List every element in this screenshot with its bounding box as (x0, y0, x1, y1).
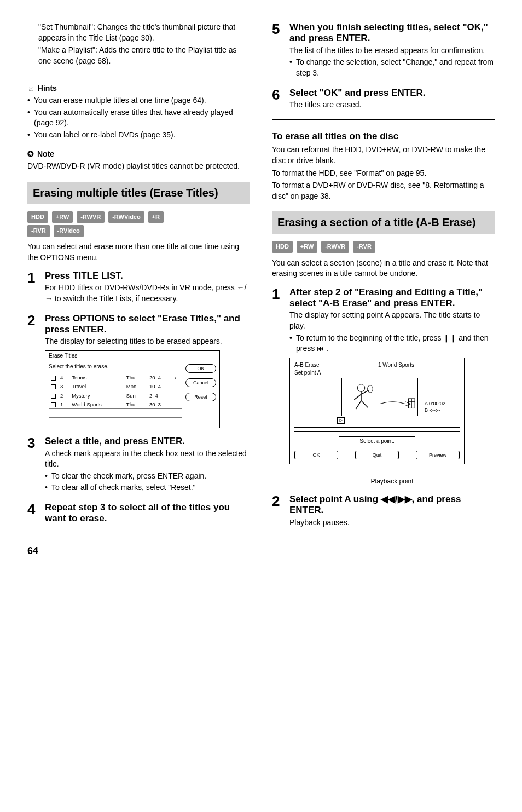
badge: +RW (297, 241, 318, 253)
hint-item: You can erase multiple titles at one tim… (27, 95, 250, 106)
table-row: 3 Travel Mon 10. 4 (49, 382, 182, 391)
step-text: The titles are erased. (289, 100, 495, 111)
dialog-table: 4 Tennis Thu 20. 4 › 3 Travel (49, 373, 182, 422)
step-head: Select a title, and press ENTER. (45, 436, 250, 447)
row-name: Tennis (69, 373, 124, 382)
badge: -RVR (353, 241, 375, 253)
subheading: To erase all titles on the disc (272, 130, 495, 143)
row-num: 4 (58, 373, 69, 382)
bulb-icon: ☼ (27, 83, 34, 94)
row-name: Mystery (69, 391, 124, 400)
badge: -RVR (27, 225, 50, 237)
step: 1 Press TITLE LIST. For HDD titles or DV… (27, 270, 250, 306)
note-text: DVD-RW/DVD-R (VR mode) playlist titles c… (27, 161, 250, 172)
step-sub: To return to the beginning of the title,… (289, 333, 495, 354)
ab-clip-title: 1 World Sports (378, 361, 414, 377)
badge: HDD (272, 241, 293, 253)
note-label: Note (37, 149, 54, 160)
badge: +R (148, 211, 164, 223)
row-num: 1 (58, 400, 69, 408)
ab-preview-button: Preview (416, 451, 460, 460)
step-number: 2 (272, 494, 284, 529)
section-title: Erasing multiple titles (Erase Titles) (33, 186, 245, 200)
step-text: The display for selecting titles to be e… (45, 336, 250, 347)
pointer-line-icon (392, 468, 392, 475)
sub-body: To format a DVD+RW or DVD-RW disc, see "… (272, 180, 495, 201)
step-sub: To change the selection, select "Change,… (289, 57, 495, 78)
section-intro: You can select a section (scene) in a ti… (272, 258, 495, 279)
table-row: 4 Tennis Thu 20. 4 › (49, 373, 182, 382)
preview-thumbnail (341, 378, 418, 416)
row-num: 3 (58, 382, 69, 391)
dialog-instruction: Select the titles to erase. (49, 363, 182, 371)
badge: HDD (27, 211, 48, 223)
step: 6 Select "OK" and press ENTER. The title… (272, 88, 495, 112)
page-number: 64 (27, 544, 495, 558)
step-sub: To clear the check mark, press ENTER aga… (45, 471, 250, 482)
step-number: 3 (27, 436, 39, 494)
ab-select-point: Select a point. (339, 436, 415, 446)
table-row: 1 World Sports Thu 30. 3 (49, 400, 182, 408)
step-text: For HDD titles or DVD-RWs/DVD-Rs in VR m… (45, 283, 250, 304)
scroll-indicator-icon: › (172, 373, 182, 382)
step: 1 After step 2 of "Erasing and Editing a… (272, 287, 495, 486)
section-heading: Erasing a section of a title (A-B Erase) (272, 211, 495, 234)
hints-label: Hints (38, 83, 57, 94)
erase-titles-dialog: Erase Titles Select the titles to erase.… (45, 350, 220, 428)
row-date: 20. 4 (147, 373, 172, 382)
step-number: 1 (27, 270, 39, 306)
step-head: Press TITLE LIST. (45, 270, 250, 281)
checkbox-icon (51, 376, 56, 381)
table-row: 2 Mystery Sun 2. 4 (49, 391, 182, 400)
svg-point-1 (368, 385, 373, 393)
badge: +RW (52, 211, 73, 223)
sub-body: To format the HDD, see "Format" on page … (272, 168, 495, 179)
checkbox-icon (51, 402, 56, 407)
dialog-cancel-button: Cancel (185, 378, 216, 387)
section-title: Erasing a section of a title (A-B Erase) (277, 216, 489, 229)
step-text: A check mark appears in the check box ne… (45, 448, 250, 470)
checkbox-icon (51, 394, 56, 399)
svg-point-0 (357, 384, 365, 392)
step-head: When you finish selecting titles, select… (289, 22, 495, 44)
badge: -RWVR (321, 241, 349, 253)
intro-text: "Set Thumbnail": Changes the title's thu… (38, 22, 250, 43)
row-name: World Sports (69, 400, 124, 408)
row-date: 30. 3 (147, 400, 172, 408)
disc-badges: HDD +RW -RWVR -RVR (272, 239, 495, 253)
ab-subtitle: Set point A (294, 369, 333, 377)
step-sub: To clear all of check marks, select "Res… (45, 482, 250, 493)
ab-quit-button: Quit (355, 451, 399, 460)
intro-text: "Make a Playlist": Adds the entire title… (38, 45, 250, 66)
ab-time-a: A 0:00:02 (425, 400, 445, 407)
section-heading: Erasing multiple titles (Erase Titles) (27, 182, 250, 204)
step-number: 5 (272, 22, 284, 80)
step-head: Select "OK" and press ENTER. (289, 88, 495, 99)
dialog-title: Erase Titles (45, 351, 219, 361)
step-text: Playback pauses. (289, 517, 495, 528)
checkbox-icon (51, 384, 56, 389)
disc-badges: HDD +RW -RWVR -RWVideo +R -RVR -RVideo (27, 210, 250, 237)
step-number: 6 (272, 88, 284, 112)
dialog-reset-button: Reset (185, 393, 216, 401)
ab-caption: Playback point (370, 477, 413, 485)
ab-ok-button: OK (294, 451, 338, 460)
step-text: The list of the titles to be erased appe… (289, 45, 495, 56)
sub-body: You can reformat the HDD, DVD+RW, or DVD… (272, 145, 495, 166)
ab-time-b: B -:--:-- (425, 407, 445, 414)
note-icon: ✪ (27, 149, 34, 160)
ab-title: A-B Erase (294, 361, 333, 369)
badge: -RVideo (54, 225, 84, 237)
step-text: The display for setting point A appears.… (289, 310, 495, 331)
badge: -RWVideo (108, 211, 144, 223)
step-head: After step 2 of "Erasing and Editing a T… (289, 287, 495, 309)
step-number: 4 (27, 502, 39, 526)
step: 2 Press OPTIONS to select "Erase Titles,… (27, 313, 250, 429)
step: 5 When you finish selecting titles, sele… (272, 22, 495, 80)
row-day: Thu (124, 373, 147, 382)
row-day: Sun (124, 391, 147, 400)
hints-heading: ☼ Hints (27, 83, 250, 94)
ab-erase-dialog: A-B Erase Set point A 1 World Sports (289, 358, 465, 465)
hint-item: You can automatically erase titles that … (27, 107, 250, 129)
step-head: Press OPTIONS to select "Erase Titles," … (45, 313, 250, 336)
